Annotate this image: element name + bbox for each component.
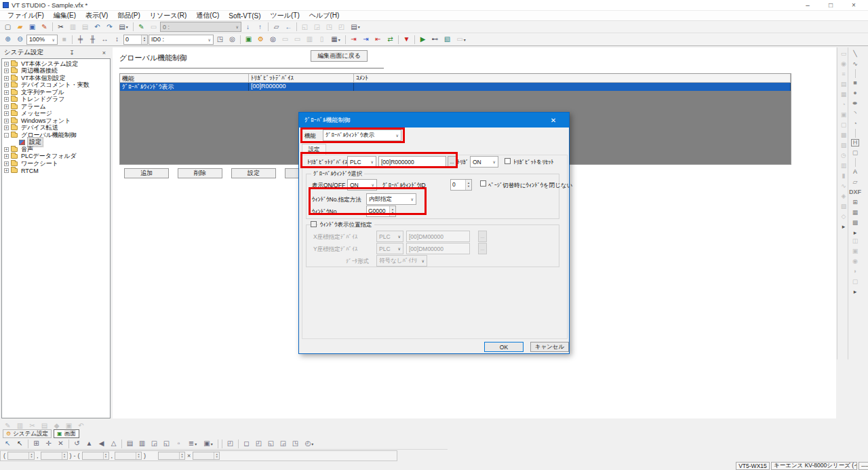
copy-group-icon[interactable]: ▩	[850, 218, 861, 228]
expand-icon[interactable]: +	[4, 83, 9, 87]
parts-library-icon[interactable]: ▦	[328, 35, 343, 45]
tree-item[interactable]: +アラーム	[2, 103, 110, 111]
expand-icon[interactable]: +	[4, 68, 9, 73]
select-text-icon[interactable]: ◲	[277, 439, 289, 449]
edit-page-icon[interactable]: ✎	[39, 22, 50, 32]
next-page-icon[interactable]: ↓	[242, 22, 254, 32]
zoom-level-combo[interactable]: 100%∨	[26, 35, 58, 45]
open-folder-icon[interactable]: ▰	[14, 22, 26, 32]
new-file-icon[interactable]: ▢	[2, 22, 14, 32]
menu-item[interactable]: Soft-VT(S)	[224, 11, 265, 20]
rotate-angle-icon[interactable]: △	[108, 439, 119, 449]
screen-edit-icon[interactable]: ✎	[136, 22, 147, 32]
flip-vertical-icon[interactable]: ▲	[83, 439, 95, 449]
dialog-close-icon[interactable]: ✕	[543, 117, 564, 124]
trigger-reset-checkbox[interactable]	[505, 158, 511, 164]
ok-button[interactable]: OK	[484, 342, 524, 352]
expand-icon[interactable]: +	[4, 168, 9, 173]
pin-icon[interactable]: ↧	[68, 50, 75, 56]
print-icon[interactable]: ▤	[116, 22, 131, 32]
text-icon[interactable]: A	[850, 167, 861, 177]
undo-icon[interactable]: ↶	[92, 22, 103, 32]
device-monitor-icon[interactable]: ▧	[441, 35, 453, 45]
bring-forward-icon[interactable]: ◲	[149, 439, 160, 449]
menu-item[interactable]: 部品(P)	[113, 11, 144, 20]
preview-search-icon[interactable]: ◎	[267, 35, 279, 45]
tree-item[interactable]: 設定	[2, 139, 110, 146]
tab-screen[interactable]: ▣画面	[54, 429, 79, 438]
screen-search-icon[interactable]: ◎	[226, 35, 238, 45]
sector-icon[interactable]: ◔	[850, 119, 861, 129]
send-backward-icon[interactable]: ◱	[161, 439, 172, 449]
send-to-back-icon[interactable]: ▥	[136, 439, 148, 449]
page-keep-checkbox[interactable]	[480, 180, 486, 187]
tree-item[interactable]: +ワークシート	[2, 160, 110, 168]
jump-select-icon[interactable]: ▱	[271, 22, 282, 32]
tab-system-settings[interactable]: ⚙システム設定	[3, 429, 52, 438]
expand-icon[interactable]: +	[4, 111, 9, 116]
delete-point-icon[interactable]: ✕	[55, 439, 66, 449]
tree-item[interactable]: -グローバル機能制御	[2, 132, 110, 139]
connect-plug-icon[interactable]: ⊷	[429, 35, 441, 45]
menu-item[interactable]: ファイル(F)	[3, 11, 49, 20]
fit-width-icon[interactable]: ↔	[99, 35, 111, 45]
fit-height-icon[interactable]: ↕	[111, 35, 123, 45]
scale-icon[interactable]: H	[850, 138, 861, 148]
select-window-icon[interactable]: ◳	[290, 439, 301, 449]
back-icon[interactable]: ←	[283, 22, 294, 32]
select-mode-icon[interactable]: ◴	[302, 439, 317, 449]
maximize-icon[interactable]: □	[819, 0, 842, 10]
trigger-device-input[interactable]: [00]R000000	[378, 156, 446, 168]
dialog-titlebar[interactable]: ｸﾞﾛｰﾊﾞﾙ機能制御 ✕	[299, 113, 569, 128]
circle-icon[interactable]: ●	[850, 88, 861, 98]
grid-size-spinner[interactable]: 0▲▼	[123, 35, 148, 45]
ellipse-icon[interactable]: ●	[850, 98, 861, 109]
function-select[interactable]: ｸﾞﾛｰﾊﾞﾙｳｨﾝﾄﾞｳ表示∨	[323, 130, 401, 141]
menu-item[interactable]: ツール(T)	[265, 11, 304, 20]
system-screen-icon[interactable]: ⚙	[255, 35, 267, 45]
zoom-in-icon[interactable]: ⊕	[2, 35, 14, 45]
window-no-method-select[interactable]: 内部指定∨	[366, 193, 416, 205]
dxf-import-icon[interactable]: DXF	[850, 187, 861, 197]
tree-item[interactable]: +RTCM	[2, 168, 110, 175]
image-menu-icon[interactable]: ▣	[201, 439, 216, 449]
window-position-checkbox[interactable]	[311, 221, 317, 227]
flip-horizontal-icon[interactable]: ◀	[96, 439, 107, 449]
spinner-arrows-icon[interactable]: ▲▼	[389, 206, 395, 216]
more-lower-icon[interactable]: ▸	[850, 287, 861, 297]
expand-icon[interactable]: +	[4, 125, 9, 130]
grid-snap-icon[interactable]: ╫	[87, 35, 98, 45]
menu-item[interactable]: リソース(R)	[145, 11, 192, 20]
expand-icon[interactable]: +	[4, 62, 9, 66]
table-icon[interactable]: ⊞	[850, 197, 861, 208]
expand-icon[interactable]: +	[4, 76, 9, 81]
menu-item[interactable]: 編集(E)	[49, 11, 81, 20]
window-id-spinner[interactable]: 0▲▼	[450, 179, 472, 191]
monitor-download-icon[interactable]: ▼	[401, 35, 412, 45]
download-to-vt-icon[interactable]: ⇥	[348, 35, 359, 45]
expand-icon[interactable]: +	[4, 104, 9, 109]
freeline-icon[interactable]: ∿	[850, 59, 861, 69]
table-row[interactable]: ｸﾞﾛｰﾊﾞﾙｳｨﾝﾄﾞｳ表示[00]R000000	[120, 83, 791, 91]
menu-item[interactable]: 表示(V)	[81, 11, 113, 20]
expand-icon[interactable]: +	[4, 90, 9, 95]
align-menu-icon[interactable]: ≣	[185, 439, 200, 449]
window-no-spinner[interactable]: G0000▲▼	[366, 205, 396, 217]
display-onoff-select[interactable]: ON∨	[347, 179, 377, 191]
sidebar-close-icon[interactable]: ×	[100, 50, 108, 56]
select-box-icon[interactable]: ▫	[173, 439, 184, 449]
area-select-icon[interactable]: ◰	[224, 439, 236, 449]
pointer-icon[interactable]: ↖	[14, 439, 26, 449]
rectangle-icon[interactable]: ■	[850, 78, 861, 88]
screen-id-combo[interactable]: ID0 :∨	[149, 35, 214, 45]
prev-page-icon[interactable]: ↑	[254, 22, 266, 32]
expand-icon[interactable]: +	[4, 161, 9, 166]
download-usb-icon[interactable]: ⇥	[360, 35, 372, 45]
expand-icon[interactable]: +	[4, 97, 9, 102]
collapse-icon[interactable]: -	[4, 133, 9, 138]
settings-button[interactable]: 設定	[231, 168, 276, 178]
redo-icon[interactable]: ↷	[104, 22, 115, 32]
trigger-device-browse-button[interactable]: ...	[448, 156, 456, 168]
arc-icon[interactable]: ◝	[850, 109, 861, 119]
select-return-icon[interactable]: ↖	[2, 439, 14, 449]
